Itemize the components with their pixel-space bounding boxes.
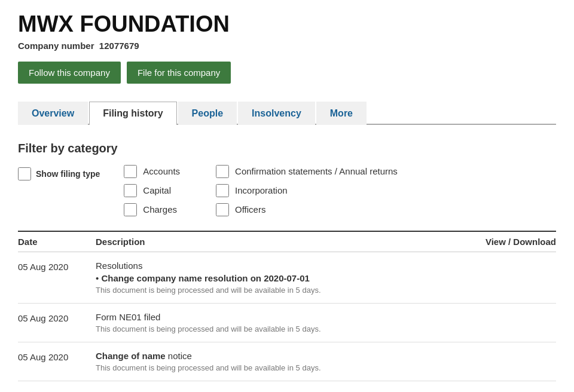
table-row: 05 Aug 2020 Form NE01 filed This documen… [18,304,556,342]
desc-note: This document is being processed and wil… [96,324,460,333]
filter-col-2: Confirmation statements / Annual returns… [216,165,398,216]
table-header: Date Description View / Download [18,231,556,252]
show-filing-type-control: Show filing type [18,167,100,180]
show-filing-type-checkbox[interactable] [18,167,31,180]
table-row: 05 Aug 2020 Change of name notice This d… [18,342,556,381]
filter-incorporation: Incorporation [216,184,398,197]
filter-section: Filter by category Show filing type Acco… [18,142,556,216]
filter-officers: Officers [216,203,398,216]
desc-bullet: • Change company name resolution on 2020… [96,273,460,283]
desc-bullet-text: Change company name resolution on 2020-0… [101,273,309,283]
checkbox-incorporation[interactable] [216,184,229,197]
header-date: Date [18,237,96,247]
row-description: Resolutions • Change company name resolu… [96,261,460,295]
action-buttons: Follow this company File for this compan… [18,62,556,84]
desc-title: Change of name notice [96,351,460,361]
company-number-label: Company number [18,41,94,51]
tab-insolvency[interactable]: Insolvency [238,102,315,125]
filter-charges: Charges [124,203,180,216]
desc-suffix: notice [166,351,192,361]
filter-columns: Accounts Capital Charges Confirmation st… [124,165,398,216]
tab-bar: Overview Filing history People Insolvenc… [18,100,556,125]
tab-people[interactable]: People [178,102,237,125]
row-description: Change of name notice This document is b… [96,351,460,372]
label-incorporation: Incorporation [235,185,288,195]
desc-note: This document is being processed and wil… [96,286,460,295]
desc-title: Form NE01 filed [96,312,460,322]
filter-col-1: Accounts Capital Charges [124,165,180,216]
desc-title: Resolutions [96,261,460,271]
filter-confirmation: Confirmation statements / Annual returns [216,165,398,178]
filter-grid: Show filing type Accounts Capital Charge… [18,165,556,216]
checkbox-charges[interactable] [124,203,137,216]
label-officers: Officers [235,204,265,215]
checkbox-capital[interactable] [124,184,137,197]
follow-button[interactable]: Follow this company [18,62,121,84]
desc-bold-part: Change of name [96,351,166,361]
tab-more[interactable]: More [316,102,367,125]
label-charges: Charges [143,204,177,215]
show-filing-type-label: Show filing type [36,169,100,179]
row-date: 05 Aug 2020 [18,351,96,362]
label-capital: Capital [143,185,171,195]
header-description: Description [96,237,460,247]
label-accounts: Accounts [143,166,180,176]
company-number: Company number 12077679 [18,41,556,51]
tab-filing-history[interactable]: Filing history [89,102,176,125]
row-date: 05 Aug 2020 [18,261,96,272]
filing-table: Date Description View / Download 05 Aug … [18,231,556,381]
label-confirmation: Confirmation statements / Annual returns [235,166,398,176]
checkbox-confirmation[interactable] [216,165,229,178]
header-view: View / Download [460,237,556,247]
filter-accounts: Accounts [124,165,180,178]
tab-overview[interactable]: Overview [18,102,88,125]
table-row: 05 Aug 2020 Resolutions • Change company… [18,252,556,304]
company-number-value: 12077679 [99,41,139,51]
company-name: MWX FOUNDATION [18,12,556,37]
checkbox-officers[interactable] [216,203,229,216]
row-date: 05 Aug 2020 [18,312,96,323]
filter-capital: Capital [124,184,180,197]
filter-title: Filter by category [18,142,556,155]
file-button[interactable]: File for this company [127,62,231,84]
row-description: Form NE01 filed This document is being p… [96,312,460,333]
desc-note: This document is being processed and wil… [96,363,460,372]
checkbox-accounts[interactable] [124,165,137,178]
